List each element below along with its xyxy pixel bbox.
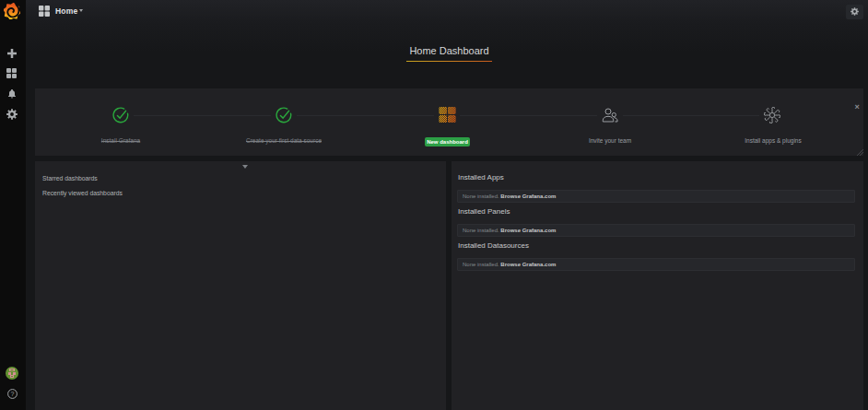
svg-text:?: ? xyxy=(11,391,15,397)
